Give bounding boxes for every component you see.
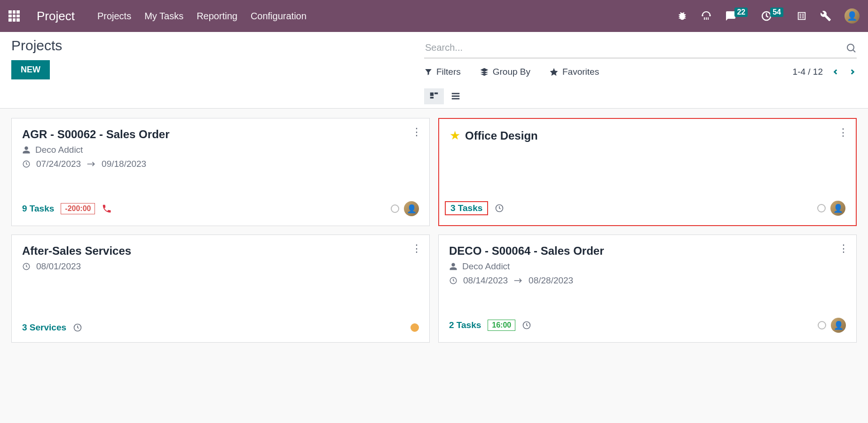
project-card[interactable]: ⋮ DECO - S00064 - Sales Order Deco Addic… (438, 235, 857, 343)
kanban-container: ⋮ AGR - S00062 - Sales Order Deco Addict… (0, 109, 868, 352)
phone-tray-icon[interactable] (701, 10, 712, 22)
svg-rect-3 (706, 17, 707, 20)
clock-icon[interactable] (73, 323, 82, 332)
arrow-right-icon (87, 161, 96, 167)
pager-next[interactable] (848, 68, 857, 76)
tasks-link[interactable]: 2 Tasks (449, 320, 481, 330)
user-avatar[interactable]: 👤 (844, 8, 860, 24)
pager-prev[interactable] (831, 68, 840, 76)
card-title: Office Design (465, 129, 538, 142)
messages-badge: 22 (734, 8, 748, 17)
list-view-button[interactable] (446, 88, 466, 104)
card-menu-icon[interactable]: ⋮ (838, 126, 848, 139)
avatar[interactable]: 👤 (404, 201, 419, 216)
status-dot[interactable] (391, 204, 399, 213)
avatar[interactable]: 👤 (830, 201, 845, 216)
card-date-start: 07/24/2023 (36, 159, 81, 169)
search-bar[interactable] (424, 38, 857, 58)
pager: 1-4 / 12 (793, 67, 857, 77)
svg-rect-11 (452, 95, 460, 97)
card-customer: Deco Addict (462, 261, 510, 272)
messages-tray[interactable]: 22 (725, 10, 748, 22)
svg-rect-12 (452, 98, 460, 100)
favorites-label: Favorites (562, 67, 599, 77)
clock-icon[interactable] (522, 321, 531, 330)
svg-rect-7 (430, 93, 434, 96)
svg-point-1 (710, 15, 711, 16)
clock-icon (22, 160, 31, 168)
nav-configuration[interactable]: Configuration (251, 11, 307, 22)
apps-icon[interactable] (8, 10, 20, 22)
card-menu-icon[interactable]: ⋮ (411, 243, 422, 255)
filters-label: Filters (436, 67, 461, 77)
nav-left: Project Projects My Tasks Reporting Conf… (8, 9, 307, 24)
svg-point-0 (702, 15, 704, 16)
top-navbar: Project Projects My Tasks Reporting Conf… (0, 0, 868, 32)
clock-icon (449, 276, 458, 285)
card-customer: Deco Addict (35, 145, 83, 155)
companies-icon[interactable] (797, 11, 807, 21)
view-switcher (424, 88, 857, 104)
app-brand[interactable]: Project (37, 9, 75, 24)
debug-icon[interactable] (677, 11, 687, 21)
filter-icon (424, 68, 433, 76)
phone-icon[interactable] (102, 204, 112, 214)
svg-rect-9 (430, 97, 434, 99)
nav-reporting[interactable]: Reporting (197, 11, 237, 22)
avatar[interactable]: 👤 (831, 318, 846, 333)
tools-icon[interactable] (820, 10, 831, 22)
status-dot[interactable] (818, 321, 826, 329)
card-menu-icon[interactable]: ⋮ (838, 243, 849, 255)
filters-button[interactable]: Filters (424, 67, 461, 77)
star-icon[interactable]: ★ (450, 128, 460, 143)
new-button[interactable]: NEW (11, 60, 50, 79)
card-menu-icon[interactable]: ⋮ (411, 126, 422, 138)
project-card[interactable]: ⋮ AGR - S00062 - Sales Order Deco Addict… (11, 118, 430, 226)
page-title: Projects (11, 38, 62, 54)
svg-rect-4 (708, 17, 709, 20)
svg-rect-10 (452, 93, 460, 94)
nav-right: 22 54 👤 (677, 8, 860, 24)
nav-projects[interactable]: Projects (97, 11, 131, 22)
clock-icon (22, 262, 31, 271)
tasks-highlight: 3 Tasks (445, 201, 488, 215)
card-date-start: 08/01/2023 (36, 261, 81, 272)
favorites-button[interactable]: Favorites (549, 67, 599, 77)
star-icon (549, 67, 559, 77)
time-badge: 16:00 (488, 320, 515, 331)
svg-point-6 (847, 44, 854, 51)
project-card[interactable]: ⋮ After-Sales Services 08/01/2023 3 Serv… (11, 235, 430, 343)
time-badge: -200:00 (61, 203, 95, 214)
card-date-end: 09/18/2023 (102, 159, 146, 169)
card-title: AGR - S00062 - Sales Order (22, 128, 169, 141)
layers-icon (480, 67, 489, 77)
tasks-link[interactable]: 3 Tasks (450, 203, 482, 213)
search-icon[interactable] (845, 42, 857, 54)
arrow-right-icon (513, 278, 523, 283)
groupby-button[interactable]: Group By (480, 67, 530, 77)
user-icon (22, 146, 31, 154)
groupby-label: Group By (493, 67, 530, 77)
svg-rect-8 (434, 93, 438, 94)
tasks-link[interactable]: 9 Tasks (22, 204, 54, 214)
card-date-end: 08/28/2023 (529, 275, 573, 286)
nav-my-tasks[interactable]: My Tasks (144, 11, 183, 22)
user-icon (449, 262, 458, 271)
search-input[interactable] (424, 39, 845, 56)
filter-row: Filters Group By Favorites 1-4 / 12 (424, 67, 857, 77)
svg-rect-2 (704, 17, 705, 20)
card-title: After-Sales Services (22, 244, 131, 258)
status-dot[interactable] (817, 204, 826, 212)
project-card[interactable]: ⋮ ★ Office Design 3 Tasks 👤 (438, 118, 857, 226)
activities-badge: 54 (770, 8, 783, 17)
clock-icon[interactable] (495, 204, 504, 213)
kanban-view-button[interactable] (424, 88, 444, 104)
control-panel: Projects NEW Filters Group By (0, 32, 868, 109)
tasks-link[interactable]: 3 Services (22, 322, 66, 333)
status-dot[interactable] (410, 323, 419, 332)
activities-tray[interactable]: 54 (761, 10, 783, 22)
card-date-start: 08/14/2023 (463, 275, 508, 286)
card-title: DECO - S00064 - Sales Order (449, 244, 604, 258)
pager-text: 1-4 / 12 (793, 67, 823, 77)
